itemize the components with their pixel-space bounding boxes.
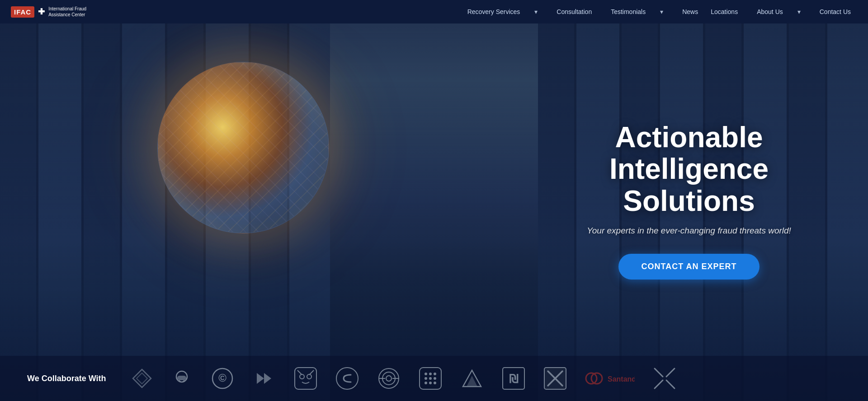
globe-graphic <box>157 62 329 233</box>
collab-logo-target <box>377 367 401 390</box>
svg-point-9 <box>300 374 304 379</box>
svg-text:©: © <box>218 372 226 384</box>
chevron-down-icon: ▾ <box>528 8 544 15</box>
nav-link-contact-us[interactable]: Contact Us <box>813 8 857 15</box>
hero-section: IFAC ✚ International Fraud Assistance Ce… <box>0 0 868 401</box>
collab-logo-s <box>335 367 359 390</box>
collaborate-section: We Collaborate With <box>0 356 868 401</box>
collab-logo-mountain <box>460 367 484 390</box>
collab-logo-diamond <box>131 368 153 389</box>
nav-item-consultation[interactable]: Consultation <box>550 8 598 15</box>
collab-logo-raccoon <box>294 367 317 390</box>
collab-logo-arrows-x <box>653 367 676 390</box>
nav-links-list: Recovery Services ▾ Consultation Testimo… <box>455 8 857 15</box>
svg-text:₪: ₪ <box>509 372 519 386</box>
nav-link-recovery-services[interactable]: Recovery Services ▾ <box>455 8 551 15</box>
nav-item-recovery-services[interactable]: Recovery Services ▾ <box>455 8 551 15</box>
svg-point-21 <box>425 377 427 380</box>
hero-title: Actionable Intelligence Solutions <box>553 121 825 217</box>
svg-point-26 <box>434 382 436 384</box>
nav-item-news[interactable]: News <box>676 8 704 15</box>
svg-point-19 <box>429 373 432 375</box>
collab-logo-arrows <box>252 367 276 390</box>
contact-expert-button[interactable]: Contact an EXPERT <box>618 254 759 280</box>
nav-link-about-us[interactable]: About Us ▾ <box>744 8 813 15</box>
hero-subtitle: Your experts in the ever-changing fraud … <box>553 226 825 236</box>
nav-item-about-us[interactable]: About Us ▾ <box>744 8 813 15</box>
chevron-down-icon: ▾ <box>791 8 807 15</box>
collaborate-label: We Collaborate With <box>27 374 118 383</box>
collab-logo-dots-grid <box>419 367 442 390</box>
svg-point-10 <box>307 374 311 379</box>
svg-point-14 <box>386 376 392 381</box>
nav-link-consultation[interactable]: Consultation <box>550 8 598 15</box>
nav-item-contact-us[interactable]: Contact Us <box>813 8 857 15</box>
collab-logo-cross-tools <box>543 367 567 390</box>
collaborate-logos: © <box>131 367 841 390</box>
collab-logo-santander: Santander <box>585 369 635 387</box>
nav-link-news[interactable]: News <box>676 8 704 15</box>
globe-container <box>130 23 356 272</box>
svg-point-23 <box>434 377 436 380</box>
hero-content: Actionable Intelligence Solutions Your e… <box>553 121 825 280</box>
svg-point-11 <box>336 368 358 389</box>
svg-point-22 <box>429 377 432 380</box>
svg-point-18 <box>425 373 427 375</box>
svg-marker-6 <box>257 373 264 384</box>
svg-marker-0 <box>133 369 151 387</box>
svg-marker-1 <box>137 373 147 384</box>
logo-acronym: IFAC <box>11 6 34 18</box>
logo-cross-symbol: ✚ <box>38 7 45 17</box>
svg-rect-3 <box>177 376 186 380</box>
svg-point-25 <box>429 382 432 384</box>
svg-marker-7 <box>264 373 271 384</box>
svg-point-24 <box>425 382 427 384</box>
collab-logo-helmet <box>171 368 193 389</box>
logo-full-name: International Fraud Assistance Center <box>48 6 86 18</box>
collab-logo-shekel: ₪ <box>502 367 525 390</box>
svg-point-20 <box>434 373 436 375</box>
nav-item-testimonials[interactable]: Testimonials ▾ <box>598 8 676 15</box>
main-nav: IFAC ✚ International Fraud Assistance Ce… <box>0 0 868 23</box>
nav-link-locations[interactable]: Locations <box>704 8 744 15</box>
collab-logo-circle-c: © <box>211 367 234 390</box>
nav-item-locations[interactable]: Locations <box>704 8 744 15</box>
nav-link-testimonials[interactable]: Testimonials ▾ <box>598 8 676 15</box>
chevron-down-icon: ▾ <box>654 8 670 15</box>
svg-text:Santander: Santander <box>608 375 635 383</box>
logo[interactable]: IFAC ✚ International Fraud Assistance Ce… <box>11 6 86 18</box>
